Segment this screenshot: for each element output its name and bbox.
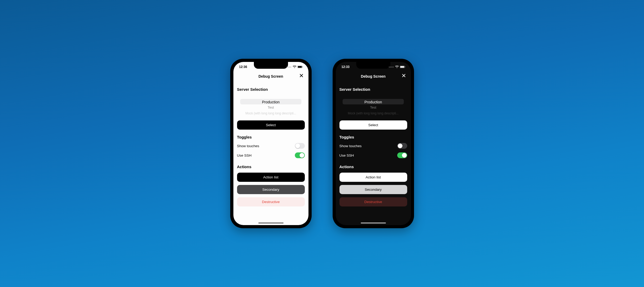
switch-knob <box>300 153 304 158</box>
svg-rect-1 <box>298 66 302 68</box>
switch-knob <box>402 153 407 158</box>
screen: 12:33 Debug Screen Server Selection <box>336 62 411 225</box>
action-list-button[interactable]: Action list <box>339 173 407 182</box>
destructive-button[interactable]: Destructive <box>339 197 407 206</box>
nav-bar: Debug Screen <box>336 72 411 81</box>
nav-bar: Debug Screen <box>233 72 308 81</box>
close-button[interactable] <box>401 73 407 79</box>
home-indicator[interactable] <box>258 222 284 224</box>
close-button[interactable] <box>299 73 304 79</box>
use-ssh-switch[interactable] <box>295 152 305 158</box>
toggle-row-show-touches: Show touches <box>237 142 305 150</box>
toggle-label: Use SSH <box>339 153 354 157</box>
destructive-button[interactable]: Destructive <box>237 197 305 206</box>
picker-option-selected[interactable]: Production <box>343 99 404 104</box>
show-touches-switch[interactable] <box>295 143 305 149</box>
picker-option[interactable]: Mock (with long long long descripti... <box>343 110 404 116</box>
content: Server Selection Production Test Mock (w… <box>233 81 308 222</box>
wifi-icon <box>293 66 296 68</box>
status-icons <box>389 66 406 68</box>
switch-knob <box>295 144 300 148</box>
svg-rect-2 <box>302 66 303 67</box>
close-icon <box>299 73 303 78</box>
switch-knob <box>398 144 402 148</box>
picker-option[interactable]: Test <box>240 104 301 110</box>
secondary-button[interactable]: Secondary <box>339 185 407 194</box>
svg-rect-4 <box>400 66 404 68</box>
nav-title: Debug Screen <box>258 74 283 78</box>
close-icon <box>402 73 406 78</box>
battery-icon <box>400 66 406 68</box>
screen: 12:36 Debug Screen Server Selec <box>233 62 308 225</box>
select-button[interactable]: Select <box>237 120 305 130</box>
toggle-row-use-ssh: Use SSH <box>237 151 305 159</box>
show-touches-switch[interactable] <box>397 143 407 149</box>
status-time: 12:36 <box>239 65 247 69</box>
picker-option-selected[interactable]: Production <box>240 99 301 104</box>
device-light-mode: 12:36 Debug Screen Server Selec <box>230 59 312 228</box>
toggle-row-use-ssh: Use SSH <box>339 151 407 159</box>
actions-title: Actions <box>237 164 305 169</box>
cellular-icon <box>286 67 291 67</box>
use-ssh-switch[interactable] <box>397 152 407 158</box>
server-picker[interactable]: Production Test Mock (with long long lon… <box>237 99 305 116</box>
device-dark-mode: 12:33 Debug Screen Server Selection <box>333 59 414 228</box>
status-icons <box>286 66 303 68</box>
server-selection-title: Server Selection <box>339 87 407 92</box>
picker-option[interactable]: Test <box>343 104 404 110</box>
toggle-row-show-touches: Show touches <box>339 142 407 150</box>
svg-rect-5 <box>405 66 405 67</box>
server-selection-title: Server Selection <box>237 87 305 92</box>
picker-option[interactable]: Mock (with long long long descripti... <box>240 110 301 116</box>
secondary-button[interactable]: Secondary <box>237 185 305 194</box>
status-time: 12:33 <box>342 65 350 69</box>
action-list-button[interactable]: Action list <box>237 173 305 182</box>
toggle-label: Use SSH <box>237 153 252 157</box>
toggle-label: Show touches <box>237 144 259 148</box>
server-picker[interactable]: Production Test Mock (with long long lon… <box>339 99 407 116</box>
actions-title: Actions <box>339 164 407 169</box>
status-bar: 12:33 <box>336 62 411 72</box>
cellular-icon <box>389 67 394 67</box>
toggles-title: Toggles <box>237 135 305 139</box>
select-button[interactable]: Select <box>339 120 407 130</box>
toggle-label: Show touches <box>339 144 362 148</box>
battery-icon <box>297 66 303 68</box>
toggles-title: Toggles <box>339 135 407 139</box>
nav-title: Debug Screen <box>361 74 385 78</box>
home-indicator[interactable] <box>361 222 386 224</box>
status-bar: 12:36 <box>233 62 308 72</box>
content: Server Selection Production Test Mock (w… <box>336 81 411 222</box>
wifi-icon <box>395 66 399 68</box>
